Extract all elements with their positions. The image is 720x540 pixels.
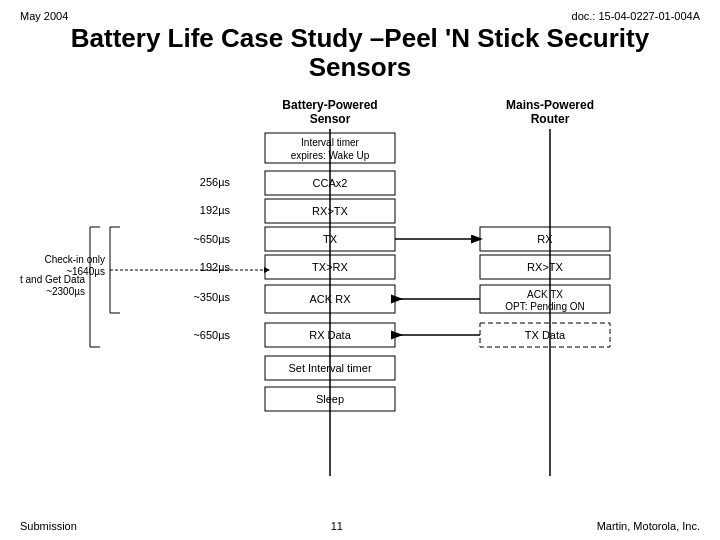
footer-right: Martin, Motorola, Inc. (597, 520, 700, 532)
header-right: doc.: 15-04-0227-01-004A (572, 10, 700, 22)
row4-label-right: RX (537, 233, 553, 245)
row2-timing: 256µs (200, 176, 231, 188)
row4-timing: ~650µs (193, 233, 230, 245)
row2-label: CCAx2 (313, 177, 348, 189)
row1-label1: Interval timer (301, 137, 359, 148)
row1-label2: expires: Wake Up (291, 150, 370, 161)
row7-label-right: TX Data (525, 329, 566, 341)
event-label2: ~2300µs (46, 286, 85, 297)
header: May 2004 doc.: 15-04-0227-01-004A (20, 10, 700, 22)
footer-center: 11 (331, 520, 343, 532)
footer: Submission 11 Martin, Motorola, Inc. (20, 520, 700, 532)
row5-label-right: RX>TX (527, 261, 563, 273)
row4-label-left: TX (323, 233, 338, 245)
set-interval-label: Set Interval timer (288, 362, 371, 374)
checkin-label1: Check-in only (44, 254, 105, 265)
page-title: Battery Life Case Study –Peel 'N Stick S… (20, 24, 700, 81)
row5-timing: 192µs (200, 261, 231, 273)
diagram-svg: Battery-Powered Sensor Mains-Powered Rou… (20, 91, 700, 521)
col-right-label2: Router (531, 112, 570, 126)
col-left-label2: Sensor (310, 112, 351, 126)
row3-label: RX>TX (312, 205, 348, 217)
sleep-label: Sleep (316, 393, 344, 405)
row5-label-left: TX>RX (312, 261, 348, 273)
page: May 2004 doc.: 15-04-0227-01-004A Batter… (0, 0, 720, 540)
row6-label-left: ACK RX (310, 293, 352, 305)
col-right-label: Mains-Powered (506, 98, 594, 112)
row6-label-right2: OPT: Pending ON (505, 301, 584, 312)
row3-timing: 192µs (200, 204, 231, 216)
header-left: May 2004 (20, 10, 68, 22)
row7-label-left: RX Data (309, 329, 351, 341)
col-left-label: Battery-Powered (282, 98, 377, 112)
checkin-arrow-head (264, 267, 270, 273)
event-label1: Event and Get Data (20, 274, 85, 285)
row6-timing: ~350µs (193, 291, 230, 303)
footer-left: Submission (20, 520, 77, 532)
row7-timing: ~650µs (193, 329, 230, 341)
row6-label-right1: ACK TX (527, 289, 563, 300)
